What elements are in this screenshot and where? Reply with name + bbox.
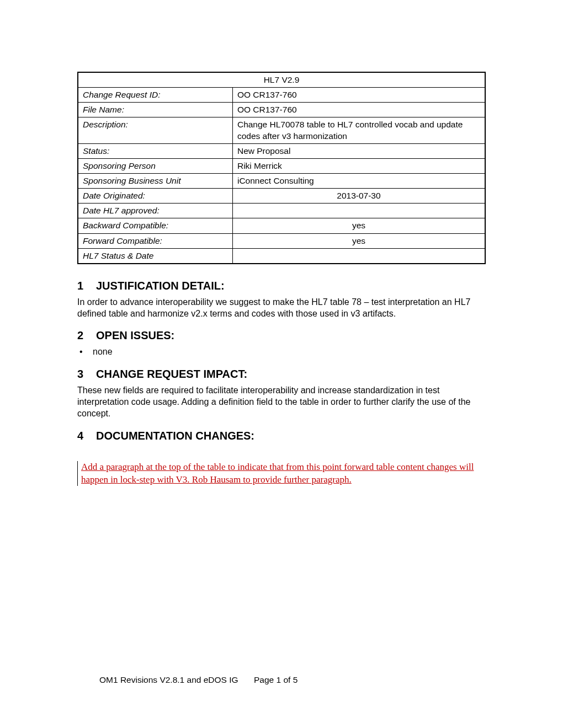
table-row: Backward Compatible:yes (78, 218, 485, 233)
row-value: yes (232, 218, 485, 233)
section-body-impact: These new fields are required to facilit… (77, 385, 486, 419)
row-label: HL7 Status & Date (78, 248, 232, 264)
tracked-change-text: Add a paragraph at the top of the table … (81, 462, 474, 485)
section-number: 2 (77, 329, 86, 342)
row-label: Backward Compatible: (78, 218, 232, 233)
row-value: iConnect Consulting (232, 173, 485, 188)
row-label: Date Originated: (78, 189, 232, 204)
row-label: Date HL7 approved: (78, 204, 232, 218)
table-row: Forward Compatible:yes (78, 233, 485, 248)
section-title: JUSTIFICATION DETAIL: (96, 280, 225, 292)
metadata-table: HL7 V2.9 Change Request ID:OO CR137-760F… (77, 72, 486, 264)
table-row: Sponsoring Business UnitiConnect Consult… (78, 173, 485, 188)
table-row: HL7 Status & Date (78, 248, 485, 264)
section-number: 4 (77, 430, 86, 442)
open-issues-list: none (77, 346, 486, 358)
row-value: yes (232, 233, 485, 248)
row-value: New Proposal (232, 143, 485, 158)
row-label: File Name: (78, 103, 232, 117)
row-label: Status: (78, 143, 232, 158)
table-header: HL7 V2.9 (78, 72, 485, 88)
table-row: Date Originated:2013-07-30 (78, 189, 485, 204)
section-title: OPEN ISSUES: (96, 329, 174, 342)
page-footer: OM1 Revisions V2.8.1 and eDOS IG Page 1 … (99, 675, 486, 685)
tracked-change-block: Add a paragraph at the top of the table … (77, 461, 486, 486)
section-title: CHANGE REQUEST IMPACT: (96, 368, 247, 381)
table-row: File Name:OO CR137-760 (78, 103, 485, 117)
row-value: 2013-07-30 (232, 189, 485, 204)
section-heading-open-issues: 2 OPEN ISSUES: (77, 329, 486, 342)
row-value (232, 204, 485, 218)
section-heading-impact: 3 CHANGE REQUEST IMPACT: (77, 368, 486, 381)
row-value (232, 248, 485, 264)
row-value: Change HL70078 table to HL7 controlled v… (232, 117, 485, 143)
section-number: 3 (77, 368, 86, 381)
row-label: Change Request ID: (78, 88, 232, 103)
table-row: Date HL7 approved: (78, 204, 485, 218)
section-heading-justification: 1 JUSTIFICATION DETAIL: (77, 280, 486, 292)
section-body-justification: In order to advance interoperability we … (77, 297, 486, 320)
footer-left: OM1 Revisions V2.8.1 and eDOS IG (99, 675, 254, 685)
section-number: 1 (77, 280, 86, 292)
row-label: Description: (78, 117, 232, 143)
row-value: OO CR137-760 (232, 103, 485, 117)
table-row: Description:Change HL70078 table to HL7 … (78, 117, 485, 143)
row-value: Riki Merrick (232, 158, 485, 173)
list-item: none (77, 346, 486, 358)
table-row: Change Request ID:OO CR137-760 (78, 88, 485, 103)
row-label: Sponsoring Business Unit (78, 173, 232, 188)
row-value: OO CR137-760 (232, 88, 485, 103)
table-row: Status:New Proposal (78, 143, 485, 158)
section-heading-doc-changes: 4 DOCUMENTATION CHANGES: (77, 430, 486, 442)
table-row: Sponsoring PersonRiki Merrick (78, 158, 485, 173)
row-label: Forward Compatible: (78, 233, 232, 248)
footer-page-number: Page 1 of 5 (254, 675, 298, 685)
section-title: DOCUMENTATION CHANGES: (96, 430, 254, 442)
row-label: Sponsoring Person (78, 158, 232, 173)
